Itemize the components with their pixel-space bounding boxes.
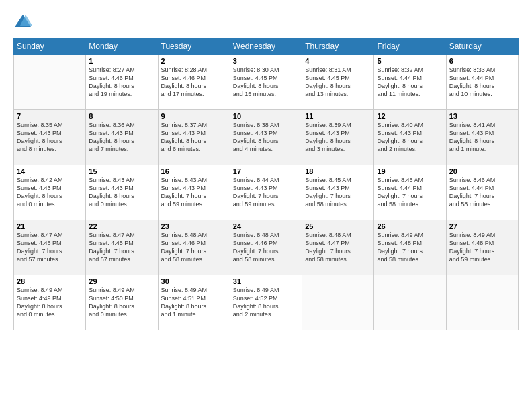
day-number: 14: [17, 167, 83, 175]
calendar-week-row: 21Sunrise: 8:47 AM Sunset: 4:45 PM Dayli…: [14, 220, 519, 275]
weekday-header: Thursday: [302, 38, 374, 55]
calendar-cell: 25Sunrise: 8:48 AM Sunset: 4:47 PM Dayli…: [302, 220, 374, 275]
day-number: 5: [377, 57, 443, 65]
day-info: Sunrise: 8:49 AM Sunset: 4:51 PM Dayligh…: [161, 286, 227, 319]
logo-icon: [13, 12, 32, 31]
day-number: 31: [233, 277, 299, 285]
calendar-cell: [14, 55, 86, 110]
day-info: Sunrise: 8:39 AM Sunset: 4:43 PM Dayligh…: [305, 121, 371, 154]
calendar-cell: 17Sunrise: 8:44 AM Sunset: 4:43 PM Dayli…: [230, 165, 302, 220]
day-number: 1: [89, 57, 154, 65]
calendar-cell: 22Sunrise: 8:47 AM Sunset: 4:45 PM Dayli…: [86, 220, 158, 275]
calendar-header-row: SundayMondayTuesdayWednesdayThursdayFrid…: [14, 38, 519, 55]
weekday-header: Monday: [86, 38, 158, 55]
day-info: Sunrise: 8:30 AM Sunset: 4:45 PM Dayligh…: [233, 66, 299, 99]
day-number: 6: [449, 57, 515, 65]
weekday-header: Sunday: [14, 38, 86, 55]
day-info: Sunrise: 8:28 AM Sunset: 4:46 PM Dayligh…: [161, 66, 227, 99]
calendar-cell: 30Sunrise: 8:49 AM Sunset: 4:51 PM Dayli…: [158, 275, 230, 330]
day-number: 24: [233, 222, 299, 230]
day-info: Sunrise: 8:48 AM Sunset: 4:47 PM Dayligh…: [305, 231, 371, 264]
day-number: 16: [161, 167, 227, 175]
day-info: Sunrise: 8:49 AM Sunset: 4:49 PM Dayligh…: [17, 286, 83, 319]
calendar-cell: 27Sunrise: 8:49 AM Sunset: 4:48 PM Dayli…: [446, 220, 518, 275]
day-number: 21: [17, 222, 83, 230]
day-info: Sunrise: 8:40 AM Sunset: 4:43 PM Dayligh…: [377, 121, 443, 154]
day-number: 7: [17, 112, 83, 120]
day-number: 11: [305, 112, 371, 120]
calendar-table: SundayMondayTuesdayWednesdayThursdayFrid…: [13, 38, 519, 330]
weekday-header: Friday: [374, 38, 446, 55]
logo: [13, 12, 35, 31]
day-number: 4: [305, 57, 371, 65]
day-info: Sunrise: 8:37 AM Sunset: 4:43 PM Dayligh…: [161, 121, 227, 154]
day-info: Sunrise: 8:49 AM Sunset: 4:50 PM Dayligh…: [89, 286, 154, 319]
day-info: Sunrise: 8:46 AM Sunset: 4:44 PM Dayligh…: [449, 176, 515, 209]
calendar-cell: [302, 275, 374, 330]
day-info: Sunrise: 8:47 AM Sunset: 4:45 PM Dayligh…: [17, 231, 83, 264]
day-info: Sunrise: 8:48 AM Sunset: 4:46 PM Dayligh…: [233, 231, 299, 264]
calendar-cell: 24Sunrise: 8:48 AM Sunset: 4:46 PM Dayli…: [230, 220, 302, 275]
calendar-cell: 31Sunrise: 8:49 AM Sunset: 4:52 PM Dayli…: [230, 275, 302, 330]
day-info: Sunrise: 8:35 AM Sunset: 4:43 PM Dayligh…: [17, 121, 83, 154]
day-number: 13: [449, 112, 515, 120]
calendar-cell: 6Sunrise: 8:33 AM Sunset: 4:44 PM Daylig…: [446, 55, 518, 110]
calendar-cell: 21Sunrise: 8:47 AM Sunset: 4:45 PM Dayli…: [14, 220, 86, 275]
calendar-cell: 16Sunrise: 8:43 AM Sunset: 4:43 PM Dayli…: [158, 165, 230, 220]
day-info: Sunrise: 8:49 AM Sunset: 4:52 PM Dayligh…: [233, 286, 299, 319]
calendar-week-row: 28Sunrise: 8:49 AM Sunset: 4:49 PM Dayli…: [14, 275, 519, 330]
calendar-cell: 20Sunrise: 8:46 AM Sunset: 4:44 PM Dayli…: [446, 165, 518, 220]
day-info: Sunrise: 8:45 AM Sunset: 4:44 PM Dayligh…: [377, 176, 443, 209]
calendar-cell: 9Sunrise: 8:37 AM Sunset: 4:43 PM Daylig…: [158, 110, 230, 165]
calendar-cell: 26Sunrise: 8:49 AM Sunset: 4:48 PM Dayli…: [374, 220, 446, 275]
calendar-cell: 15Sunrise: 8:43 AM Sunset: 4:43 PM Dayli…: [86, 165, 158, 220]
day-info: Sunrise: 8:41 AM Sunset: 4:43 PM Dayligh…: [449, 121, 515, 154]
day-info: Sunrise: 8:44 AM Sunset: 4:43 PM Dayligh…: [233, 176, 299, 209]
day-number: 18: [305, 167, 371, 175]
weekday-header: Saturday: [446, 38, 518, 55]
day-info: Sunrise: 8:31 AM Sunset: 4:45 PM Dayligh…: [305, 66, 371, 99]
calendar-cell: 13Sunrise: 8:41 AM Sunset: 4:43 PM Dayli…: [446, 110, 518, 165]
weekday-header: Tuesday: [158, 38, 230, 55]
calendar-week-row: 1Sunrise: 8:27 AM Sunset: 4:46 PM Daylig…: [14, 55, 519, 110]
day-number: 17: [233, 167, 299, 175]
calendar-cell: 11Sunrise: 8:39 AM Sunset: 4:43 PM Dayli…: [302, 110, 374, 165]
calendar-cell: [446, 275, 518, 330]
day-info: Sunrise: 8:33 AM Sunset: 4:44 PM Dayligh…: [449, 66, 515, 99]
day-number: 12: [377, 112, 443, 120]
day-number: 22: [89, 222, 154, 230]
day-info: Sunrise: 8:43 AM Sunset: 4:43 PM Dayligh…: [89, 176, 154, 209]
day-info: Sunrise: 8:48 AM Sunset: 4:46 PM Dayligh…: [161, 231, 227, 264]
calendar-cell: 2Sunrise: 8:28 AM Sunset: 4:46 PM Daylig…: [158, 55, 230, 110]
calendar-cell: 14Sunrise: 8:42 AM Sunset: 4:43 PM Dayli…: [14, 165, 86, 220]
calendar-cell: 8Sunrise: 8:36 AM Sunset: 4:43 PM Daylig…: [86, 110, 158, 165]
day-number: 26: [377, 222, 443, 230]
day-info: Sunrise: 8:43 AM Sunset: 4:43 PM Dayligh…: [161, 176, 227, 209]
day-number: 30: [161, 277, 227, 285]
calendar-cell: 5Sunrise: 8:32 AM Sunset: 4:44 PM Daylig…: [374, 55, 446, 110]
day-number: 20: [449, 167, 515, 175]
day-number: 3: [233, 57, 299, 65]
calendar-cell: 19Sunrise: 8:45 AM Sunset: 4:44 PM Dayli…: [374, 165, 446, 220]
calendar-week-row: 14Sunrise: 8:42 AM Sunset: 4:43 PM Dayli…: [14, 165, 519, 220]
day-number: 25: [305, 222, 371, 230]
calendar-cell: 3Sunrise: 8:30 AM Sunset: 4:45 PM Daylig…: [230, 55, 302, 110]
day-info: Sunrise: 8:47 AM Sunset: 4:45 PM Dayligh…: [89, 231, 154, 264]
calendar-cell: 1Sunrise: 8:27 AM Sunset: 4:46 PM Daylig…: [86, 55, 158, 110]
day-info: Sunrise: 8:42 AM Sunset: 4:43 PM Dayligh…: [17, 176, 83, 209]
calendar-cell: 18Sunrise: 8:45 AM Sunset: 4:43 PM Dayli…: [302, 165, 374, 220]
day-number: 15: [89, 167, 154, 175]
day-info: Sunrise: 8:49 AM Sunset: 4:48 PM Dayligh…: [377, 231, 443, 264]
calendar-cell: 10Sunrise: 8:38 AM Sunset: 4:43 PM Dayli…: [230, 110, 302, 165]
day-number: 2: [161, 57, 227, 65]
day-number: 28: [17, 277, 83, 285]
weekday-header: Wednesday: [230, 38, 302, 55]
calendar-week-row: 7Sunrise: 8:35 AM Sunset: 4:43 PM Daylig…: [14, 110, 519, 165]
day-number: 29: [89, 277, 154, 285]
day-info: Sunrise: 8:49 AM Sunset: 4:48 PM Dayligh…: [449, 231, 515, 264]
day-number: 8: [89, 112, 154, 120]
day-info: Sunrise: 8:32 AM Sunset: 4:44 PM Dayligh…: [377, 66, 443, 99]
day-info: Sunrise: 8:38 AM Sunset: 4:43 PM Dayligh…: [233, 121, 299, 154]
day-info: Sunrise: 8:36 AM Sunset: 4:43 PM Dayligh…: [89, 121, 154, 154]
day-number: 19: [377, 167, 443, 175]
